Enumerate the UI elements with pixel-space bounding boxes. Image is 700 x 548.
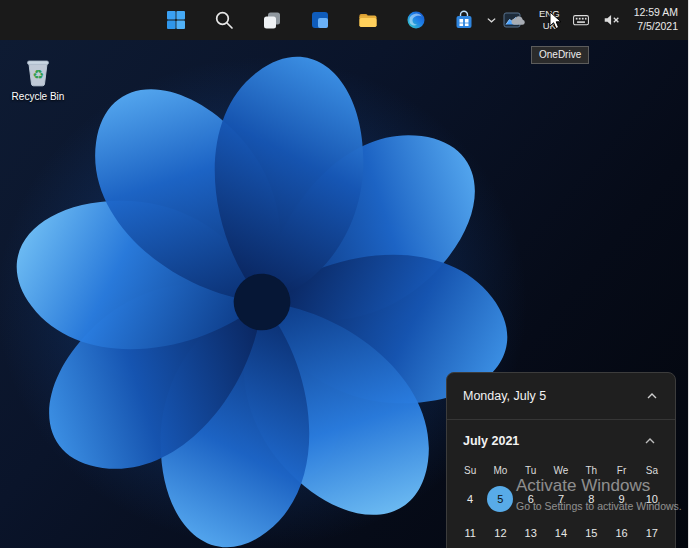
calendar-day[interactable]: 6 [516, 482, 546, 516]
search-button[interactable] [205, 3, 243, 37]
volume-muted-button[interactable] [599, 4, 625, 36]
language-code: ENG [539, 8, 560, 20]
calendar-day[interactable]: 9 [606, 482, 636, 516]
task-view-button[interactable] [253, 3, 291, 37]
file-explorer-button[interactable] [349, 3, 387, 37]
calendar-day[interactable]: 4 [455, 482, 485, 516]
chevron-up-icon [646, 392, 658, 400]
widgets-button[interactable] [301, 3, 339, 37]
edge-button[interactable] [397, 3, 435, 37]
calendar-day[interactable]: 11 [455, 516, 485, 548]
calendar-month-label: July 2021 [463, 434, 519, 448]
recycle-bin[interactable]: ♻ Recycle Bin [6, 54, 70, 102]
touch-keyboard-button[interactable] [569, 4, 593, 36]
calendar-day[interactable]: 14 [546, 516, 576, 548]
edge-icon [405, 9, 427, 31]
calendar-date-grid: Su Mo Tu We Th Fr Sa 4 5 6 7 8 9 10 11 1… [447, 458, 675, 548]
onedrive-tray-button[interactable] [506, 4, 530, 36]
screen: ♻ Recycle Bin Monday, July 5 July 2021 [0, 0, 700, 548]
search-icon [213, 9, 235, 31]
calendar-prev-month-button[interactable] [637, 430, 663, 452]
calendar-header: Monday, July 5 [447, 373, 675, 420]
calendar-day[interactable]: 10 [637, 482, 667, 516]
day-header: Fr [606, 458, 636, 482]
clock-time: 12:59 AM [634, 6, 678, 20]
volume-muted-icon [602, 12, 622, 28]
store-icon [453, 9, 475, 31]
clock[interactable]: 12:59 AM 7/5/2021 [631, 4, 684, 36]
calendar-day[interactable]: 8 [576, 482, 606, 516]
onedrive-cloud-icon [509, 13, 527, 27]
day-header: Mo [485, 458, 515, 482]
day-header: We [546, 458, 576, 482]
store-button[interactable] [445, 3, 483, 37]
calendar-day[interactable]: 15 [576, 516, 606, 548]
chevron-up-icon [644, 437, 656, 445]
calendar-selected-date: Monday, July 5 [463, 389, 546, 403]
touch-keyboard-icon [572, 13, 590, 27]
calendar-day[interactable]: 12 [485, 516, 515, 548]
hidden-icons-chevron[interactable] [483, 4, 500, 36]
taskbar-center-icons [157, 0, 531, 40]
system-tray: ENG UK [483, 0, 684, 40]
clock-date: 7/5/2021 [637, 20, 678, 34]
start-button[interactable] [157, 3, 195, 37]
chevron-down-icon [486, 16, 497, 24]
language-switcher[interactable]: ENG UK [536, 4, 563, 36]
calendar-day[interactable]: 13 [516, 516, 546, 548]
language-region: UK [543, 20, 556, 32]
recycle-bin-icon: ♻ [21, 54, 55, 88]
onedrive-tooltip: OneDrive [531, 46, 589, 64]
svg-text:♻: ♻ [32, 67, 44, 82]
day-header: Tu [516, 458, 546, 482]
calendar-day[interactable]: 7 [546, 482, 576, 516]
task-view-icon [261, 9, 283, 31]
day-header: Su [455, 458, 485, 482]
desktop-wallpaper: ♻ Recycle Bin Monday, July 5 July 2021 [0, 40, 688, 548]
file-explorer-icon [357, 9, 379, 31]
calendar-day[interactable]: 17 [637, 516, 667, 548]
calendar-day-selected[interactable]: 5 [485, 482, 515, 516]
taskbar: ENG UK [0, 0, 688, 40]
day-header: Th [576, 458, 606, 482]
recycle-bin-label: Recycle Bin [12, 91, 65, 102]
widgets-icon [309, 9, 331, 31]
calendar-collapse-button[interactable] [639, 385, 665, 407]
day-header: Sa [637, 458, 667, 482]
page-right-gutter [688, 0, 700, 548]
calendar-day[interactable]: 16 [606, 516, 636, 548]
calendar-month-row: July 2021 [447, 420, 675, 458]
windows-start-icon [165, 9, 187, 31]
calendar-flyout: Monday, July 5 July 2021 Su Mo Tu [446, 372, 676, 548]
